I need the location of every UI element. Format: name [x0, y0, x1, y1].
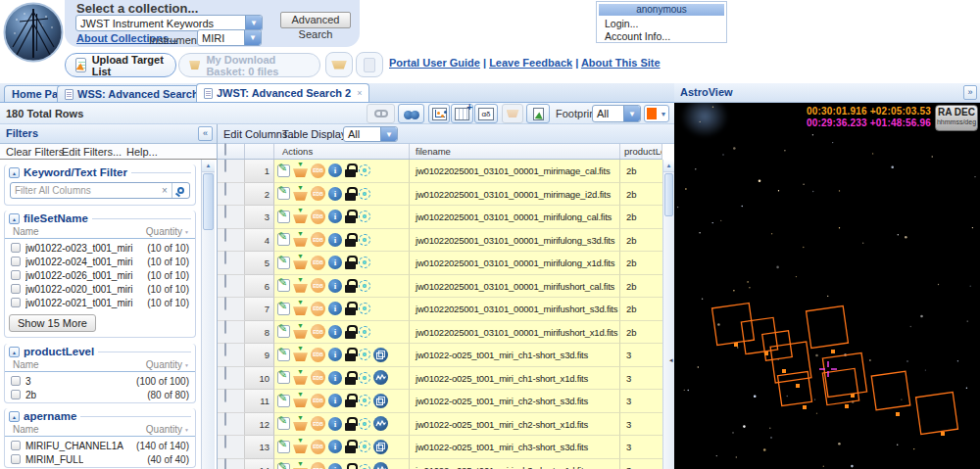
row-select-cell[interactable] — [218, 413, 245, 437]
edit-icon[interactable] — [277, 279, 290, 292]
edit-icon[interactable] — [277, 371, 290, 384]
tab-jwst-advanced-search-2[interactable]: JWST: Advanced Search 2 × — [196, 83, 369, 102]
edit-icon[interactable] — [277, 233, 290, 246]
viewer-icon[interactable] — [373, 416, 388, 431]
info-icon[interactable]: i — [328, 164, 342, 177]
table-scrollbar[interactable]: ▲ — [662, 160, 674, 469]
chevron-down-icon[interactable]: ▼ — [245, 16, 262, 30]
edb-badge-icon[interactable]: EDB — [311, 348, 325, 362]
footprints-select[interactable]: All ▼ — [592, 105, 641, 122]
scrollbar-thumb[interactable] — [203, 173, 214, 230]
collapse-section-icon[interactable]: ▲ — [9, 167, 20, 178]
edb-badge-icon[interactable]: EDB — [311, 394, 325, 408]
edit-icon[interactable] — [277, 395, 290, 407]
filter-checkbox[interactable] — [11, 257, 21, 266]
target-crosshair-icon[interactable] — [359, 418, 370, 430]
viewer-icon[interactable] — [373, 440, 388, 454]
scroll-up-icon[interactable]: ▲ — [202, 160, 215, 172]
row-checkbox[interactable] — [224, 435, 226, 448]
add-to-basket-icon[interactable] — [293, 417, 308, 431]
row-select-cell[interactable] — [218, 459, 245, 469]
sky-view[interactable]: 00:30:01.916 +02:05:03.53 00:29:36.233 +… — [674, 103, 980, 469]
select-all-checkbox[interactable] — [224, 143, 226, 156]
info-icon[interactable]: i — [328, 302, 342, 315]
target-crosshair-icon[interactable] — [359, 303, 370, 314]
target-crosshair-icon[interactable] — [359, 164, 370, 176]
add-to-basket-icon[interactable] — [293, 348, 308, 361]
row-checkbox[interactable] — [224, 160, 226, 172]
close-icon[interactable]: × — [355, 89, 362, 98]
footprint-color-select[interactable]: ▼ — [644, 105, 669, 122]
edb-badge-icon[interactable]: EDB — [311, 440, 325, 454]
row-select-cell[interactable] — [218, 229, 245, 253]
edb-badge-icon[interactable]: EDB — [311, 278, 325, 293]
row-select-cell[interactable] — [218, 206, 245, 229]
info-icon[interactable]: i — [328, 187, 342, 201]
edit-icon[interactable] — [277, 463, 290, 469]
row-checkbox[interactable] — [224, 320, 226, 334]
row-select-cell[interactable] — [218, 275, 245, 299]
edb-badge-icon[interactable]: EDB — [311, 232, 325, 247]
add-to-basket-icon[interactable] — [293, 325, 308, 339]
quantity-column-header[interactable]: Quantity — [146, 424, 182, 435]
info-icon[interactable]: i — [328, 279, 342, 293]
edb-badge-icon[interactable]: EDB — [311, 302, 325, 316]
productlevel-column-header[interactable]: productLevel — [620, 144, 662, 159]
collapse-section-icon[interactable]: ▲ — [9, 347, 20, 357]
edit-icon[interactable] — [277, 325, 290, 338]
add-to-basket-icon[interactable] — [293, 187, 308, 201]
portal-user-guide-link[interactable]: Portal User Guide — [389, 57, 480, 69]
info-icon[interactable]: i — [328, 417, 342, 431]
collapse-section-icon[interactable]: ▲ — [9, 411, 20, 422]
edb-badge-icon[interactable]: EDB — [311, 210, 325, 224]
target-crosshair-icon[interactable] — [359, 211, 370, 222]
filter-item[interactable]: jw01022-o020_t001_miri (10 of 10) — [5, 282, 195, 296]
keyword-filter-input[interactable] — [11, 185, 158, 196]
info-icon[interactable]: i — [328, 463, 342, 469]
edb-badge-icon[interactable]: EDB — [311, 186, 325, 201]
row-checkbox[interactable] — [224, 366, 226, 380]
chevron-down-icon[interactable]: ▼ — [623, 106, 640, 121]
filter-item[interactable]: jw01022-o024_t001_miri (10 of 10) — [5, 255, 195, 268]
scroll-up-icon[interactable]: ▲ — [663, 160, 674, 172]
select-all-cell[interactable] — [218, 144, 245, 159]
row-checkbox[interactable] — [224, 412, 226, 426]
add-to-basket-icon[interactable] — [293, 440, 308, 453]
edit-icon[interactable] — [277, 211, 290, 223]
filter-checkbox[interactable] — [11, 284, 21, 294]
target-crosshair-icon[interactable] — [359, 188, 370, 200]
coordinates-table-button[interactable]: αδ — [474, 104, 498, 123]
target-crosshair-icon[interactable] — [359, 395, 370, 406]
row-select-cell[interactable] — [218, 344, 245, 367]
name-column-header[interactable]: Name — [13, 359, 39, 370]
filters-scrollbar[interactable]: ▲ — [201, 160, 215, 469]
scrollbar-thumb[interactable] — [664, 173, 673, 216]
row-checkbox[interactable] — [224, 389, 226, 402]
chevron-down-icon[interactable]: ▼ — [244, 30, 261, 45]
edb-badge-icon[interactable]: EDB — [311, 370, 325, 385]
row-select-cell[interactable] — [218, 390, 245, 413]
row-select-cell[interactable] — [218, 252, 245, 275]
info-icon[interactable]: i — [328, 394, 342, 407]
row-select-cell[interactable] — [218, 367, 245, 391]
viewer-icon[interactable] — [373, 462, 388, 469]
info-icon[interactable]: i — [328, 348, 342, 361]
plot-chart-button[interactable] — [428, 104, 450, 123]
edb-badge-icon[interactable]: EDB — [311, 164, 325, 178]
target-crosshair-icon[interactable] — [359, 234, 370, 246]
row-select-cell[interactable] — [218, 321, 245, 345]
edb-badge-icon[interactable]: EDB — [311, 462, 325, 469]
row-checkbox[interactable] — [224, 205, 226, 218]
add-to-basket-icon[interactable] — [293, 371, 308, 385]
filter-item[interactable]: jw01022-o023_t001_miri (10 of 10) — [5, 241, 195, 255]
filter-item[interactable]: MIRIFU_CHANNEL1A (140 of 140) — [5, 439, 195, 452]
instrument-select[interactable]: MIRI ▼ — [197, 29, 262, 46]
filter-checkbox[interactable] — [11, 376, 21, 386]
filter-checkbox[interactable] — [11, 390, 21, 399]
info-icon[interactable]: i — [328, 210, 342, 223]
chevron-down-icon[interactable]: ▼ — [380, 127, 397, 141]
row-select-cell[interactable] — [218, 160, 245, 183]
expand-panel-icon[interactable]: » — [963, 85, 977, 100]
edit-icon[interactable] — [277, 349, 290, 361]
add-to-basket-icon[interactable] — [293, 394, 308, 407]
